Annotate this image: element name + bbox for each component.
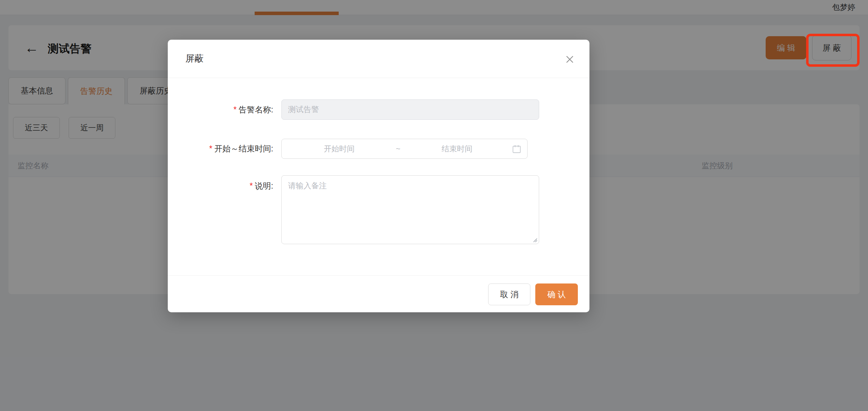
alarm-name-label: *告警名称: [168,99,273,120]
end-time-input[interactable] [405,144,509,154]
modal-header: 屏蔽 [168,40,589,78]
alarm-name-input[interactable] [281,99,539,120]
modal-footer: 取 消 确 认 [168,275,589,312]
close-icon[interactable] [563,52,577,66]
resize-handle[interactable] [532,237,537,242]
required-mark: * [209,144,212,153]
shield-modal: 屏蔽 *告警名称: *开始～结束时间: ~ *说明: 取 消 确 认 [168,40,589,312]
modal-title: 屏蔽 [185,52,204,65]
date-range-picker[interactable]: ~ [281,139,528,159]
remark-field [281,175,539,244]
cancel-button[interactable]: 取 消 [488,283,530,305]
remark-label: *说明: [168,175,273,196]
time-range-label: *开始～结束时间: [168,139,273,159]
calendar-icon [512,144,522,154]
range-separator: ~ [391,144,405,154]
remark-textarea[interactable] [281,175,539,244]
required-mark: * [250,181,253,190]
required-mark: * [234,105,237,114]
click-highlight-annotation [806,34,860,67]
start-time-input[interactable] [287,144,391,154]
confirm-button[interactable]: 确 认 [535,283,578,305]
